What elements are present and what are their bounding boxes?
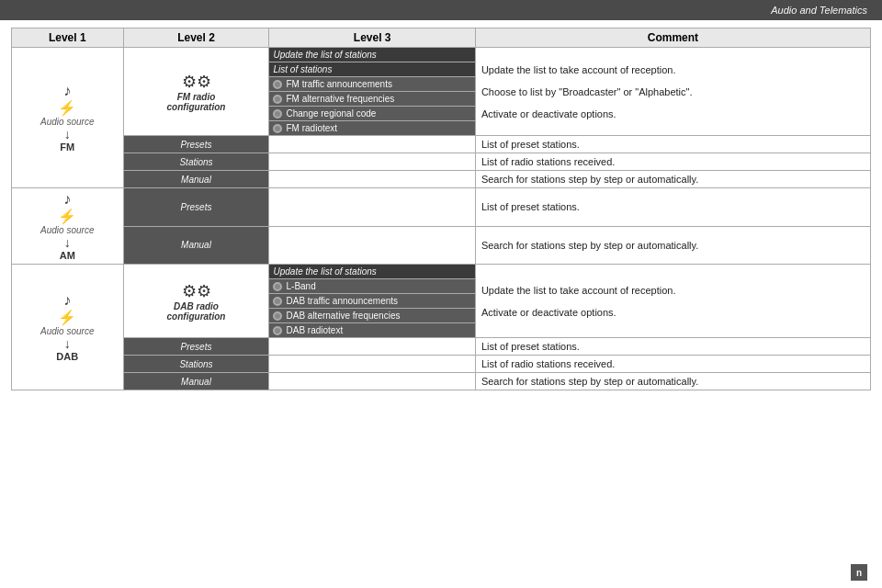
- dab-stations-cell: Stations: [123, 356, 269, 373]
- am-presets-comment: List of preset stations.: [475, 188, 870, 227]
- am-level1-cell: ♪ ⚡ Audio source ↓ AM: [12, 188, 124, 265]
- dab-manual-row: Manual Search for stations step by step …: [12, 373, 871, 390]
- dab-presets-level3: [269, 338, 475, 356]
- fm-source-block: ♪ ⚡ Audio source ↓ FM: [17, 83, 118, 153]
- dab-manual-comment: Search for stations step by step or auto…: [475, 373, 870, 390]
- main-content: Level 1 Level 2 Level 3 Comment ♪ ⚡ Audi…: [0, 20, 882, 398]
- fm-level3-cell: Update the list of stations List of stat…: [269, 48, 475, 136]
- dab-lband-row: L-Band: [269, 279, 474, 295]
- dab-config-comment: Update the list to take account of recep…: [475, 265, 870, 338]
- gear-icon-fm: ⚙⚙: [182, 72, 211, 92]
- fm-traffic: FM traffic announcements: [269, 77, 474, 92]
- dab-config-block: ⚙⚙ DAB radioconfiguration: [130, 281, 264, 322]
- fm-config-cell: ⚙⚙ FM radioconfiguration: [123, 48, 269, 136]
- dab-source-label: Audio source: [40, 326, 94, 336]
- dab-level3-subtable: Update the list of stations L-Band DAB t…: [269, 265, 474, 337]
- gear-icon-dab: ⚙⚙: [182, 281, 211, 301]
- am-band-label: AM: [60, 250, 75, 261]
- am-manual-comment: Search for stations step by step or auto…: [475, 226, 870, 265]
- fm-stations-comment: List of radio stations received.: [475, 153, 870, 171]
- dab-traffic-row: DAB traffic announcements: [269, 294, 474, 309]
- am-arrow-icon: ↓: [64, 235, 71, 250]
- fm-stations-cell: Stations: [123, 153, 269, 171]
- fm-manual-comment: Search for stations step by step or auto…: [475, 171, 870, 188]
- fm-update-row: Update the list of stations: [269, 48, 474, 62]
- fm-regional-row: Change regional code: [269, 107, 474, 121]
- dab-arrow-icon: ↓: [64, 336, 71, 351]
- dab-lband: L-Band: [269, 279, 474, 294]
- fm-stations-level3: [269, 153, 475, 171]
- dab-band-label: DAB: [56, 351, 78, 362]
- dab-level3-cell: Update the list of stations L-Band DAB t…: [269, 265, 475, 338]
- radio-icon-dab-alt: [273, 311, 282, 321]
- fm-radiotext: FM radiotext: [269, 121, 474, 135]
- am-manual-row: Manual Search for stations step by step …: [12, 226, 871, 265]
- dab-stations-row: Stations List of radio stations received…: [12, 356, 871, 373]
- dab-alternative: DAB alternative frequencies: [269, 309, 474, 323]
- dab-presets-row: Presets List of preset stations.: [12, 338, 871, 356]
- fm-config-comment: Update the list to take account of recep…: [475, 48, 870, 136]
- dab-config-row: ♪ ⚡ Audio source ↓ DAB ⚙⚙ DAB radioconfi…: [12, 265, 871, 338]
- dab-radiotext-row: DAB radiotext: [269, 323, 474, 337]
- am-manual-level3: [269, 226, 475, 265]
- fm-band-label: FM: [60, 141, 74, 153]
- fm-level3-subtable: Update the list of stations List of stat…: [269, 48, 474, 135]
- dab-stations-comment: List of radio stations received.: [475, 356, 870, 373]
- fm-row-config: ♪ ⚡ Audio source ↓ FM ⚙⚙ FM radioconfigu…: [12, 48, 871, 136]
- col-header-level2: Level 2: [123, 28, 269, 48]
- main-table: Level 1 Level 2 Level 3 Comment ♪ ⚡ Audi…: [11, 28, 871, 390]
- dab-manual-cell: Manual: [123, 373, 269, 390]
- fm-radiotext-row: FM radiotext: [269, 121, 474, 135]
- fm-alternative: FM alternative frequencies: [269, 92, 474, 107]
- am-source-block: ♪ ⚡ Audio source ↓ AM: [17, 191, 118, 261]
- fm-arrow-icon: ↓: [64, 127, 71, 141]
- am-presets-row: ♪ ⚡ Audio source ↓ AM Presets List of pr…: [12, 188, 871, 227]
- dab-presets-cell: Presets: [123, 338, 269, 356]
- fm-config-label: FM radioconfiguration: [130, 92, 264, 112]
- fm-presets-comment: List of preset stations.: [475, 136, 870, 153]
- fm-alt-row: FM alternative frequencies: [269, 92, 474, 107]
- col-header-level1: Level 1: [12, 28, 124, 48]
- radio-icon-fm-traffic: [273, 80, 282, 89]
- dab-update-stations: Update the list of stations: [269, 265, 474, 279]
- music-icon-am: ♪: [63, 191, 71, 208]
- am-manual-cell: Manual: [123, 226, 269, 265]
- radio-icon-fm-regional: [273, 109, 282, 119]
- fm-source-label: Audio source: [40, 117, 94, 127]
- music-icon-dab: ♪: [63, 292, 71, 309]
- dab-presets-comment: List of preset stations.: [475, 338, 870, 356]
- radio-icon-dab-lband: [273, 282, 282, 291]
- fm-update-stations: Update the list of stations: [269, 48, 474, 62]
- antenna-icon-am: ⚡: [58, 208, 76, 225]
- fm-level1-cell: ♪ ⚡ Audio source ↓ FM: [12, 48, 124, 188]
- fm-config-block: ⚙⚙ FM radioconfiguration: [130, 72, 264, 112]
- dab-manual-level3: [269, 373, 475, 390]
- dab-radiotext: DAB radiotext: [269, 323, 474, 337]
- col-header-comment: Comment: [475, 28, 870, 48]
- am-presets-cell: Presets: [123, 188, 269, 227]
- am-source-label: Audio source: [40, 225, 94, 235]
- fm-list-stations: List of stations: [269, 62, 474, 77]
- fm-presets-cell: Presets: [123, 136, 269, 153]
- am-presets-level3: [269, 188, 475, 227]
- fm-manual-level3: [269, 171, 475, 188]
- fm-presets-level3: [269, 136, 475, 153]
- fm-stations-row: Stations List of radio stations received…: [12, 153, 871, 171]
- dab-update-row: Update the list of stations: [269, 265, 474, 279]
- radio-icon-fm-alt: [273, 95, 282, 104]
- page-title: Audio and Telematics: [771, 5, 867, 16]
- radio-icon-dab-radiotext: [273, 326, 282, 335]
- music-icon: ♪: [63, 83, 71, 99]
- dab-source-block: ♪ ⚡ Audio source ↓ DAB: [17, 292, 118, 362]
- fm-manual-row: Manual Search for stations step by step …: [12, 171, 871, 188]
- fm-presets-row: Presets List of preset stations.: [12, 136, 871, 153]
- dab-alt-row: DAB alternative frequencies: [269, 309, 474, 323]
- fm-regional: Change regional code: [269, 107, 474, 121]
- dab-stations-level3: [269, 356, 475, 373]
- antenna-icon-dab: ⚡: [58, 309, 76, 326]
- fm-traffic-row: FM traffic announcements: [269, 77, 474, 93]
- antenna-icon-fm: ⚡: [58, 99, 76, 117]
- dab-config-label: DAB radioconfiguration: [130, 301, 264, 322]
- fm-manual-cell: Manual: [123, 171, 269, 188]
- col-header-level3: Level 3: [269, 28, 475, 48]
